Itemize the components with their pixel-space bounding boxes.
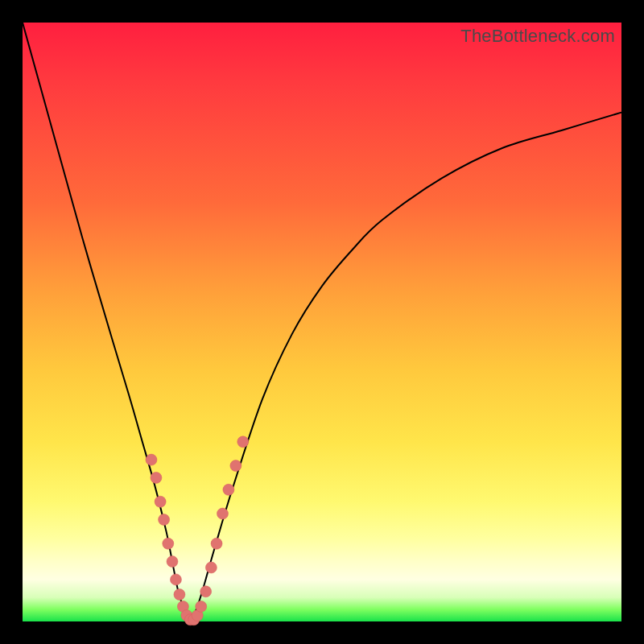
sample-dot [159, 514, 170, 526]
sample-dot [200, 586, 212, 597]
sample-dot [155, 496, 166, 507]
sample-dot [205, 562, 217, 573]
sample-dot [196, 601, 207, 612]
sample-dot [170, 574, 181, 585]
sample-dot [151, 472, 162, 483]
sample-dot [223, 484, 234, 495]
sample-dot [211, 538, 222, 549]
sample-dot [237, 436, 249, 448]
sample-dot [163, 538, 174, 549]
sample-dot [146, 454, 157, 465]
sample-dots [146, 436, 249, 625]
plot-area: TheBottleneck.com [23, 23, 621, 621]
bottleneck-curve [23, 23, 621, 621]
sample-dot [167, 556, 178, 568]
curve-svg [23, 23, 621, 621]
sample-dot [230, 460, 242, 472]
sample-dot [174, 589, 185, 601]
sample-dot [217, 508, 228, 519]
chart-frame: TheBottleneck.com [0, 0, 644, 644]
